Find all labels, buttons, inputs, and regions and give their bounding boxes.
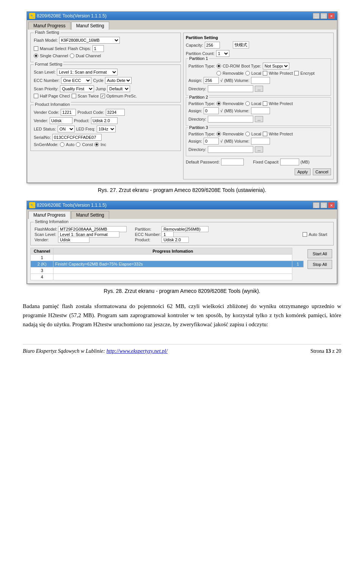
apply-button[interactable]: Apply [295, 168, 311, 175]
minimize-button[interactable]: _ [313, 13, 320, 19]
w2-product-label: Product: [127, 237, 161, 242]
optimum-prescan-checkbox[interactable] [100, 94, 105, 98]
p1-removable-radio[interactable] [217, 71, 221, 75]
vender-code-input[interactable] [61, 109, 76, 116]
channel-header: Channel [31, 248, 53, 255]
scan-priority-select[interactable]: Quality First [60, 85, 94, 92]
p1-boot-type-select[interactable]: Not Support [263, 63, 289, 69]
w2-minimize-button[interactable]: _ [313, 202, 320, 208]
auto-start-checkbox[interactable] [303, 232, 307, 237]
page-current: 13 [326, 348, 331, 354]
single-channel-radio[interactable] [34, 53, 38, 58]
p3-write-protect-cb[interactable] [263, 132, 267, 136]
p1-directory-input[interactable] [208, 85, 253, 92]
p2-local-radio[interactable] [245, 101, 250, 106]
window1-icon: 🔧 [29, 13, 35, 19]
p2-browse-button[interactable]: ... [255, 116, 263, 122]
dual-channel-radio[interactable] [70, 53, 74, 58]
w2-close-button[interactable]: ✕ [328, 202, 335, 208]
p1-local-radio[interactable] [245, 71, 250, 75]
scan-level-label: Scan Level: [34, 70, 55, 74]
p3-removable-radio[interactable] [217, 132, 221, 136]
p1-write-protect-cb[interactable] [263, 71, 267, 75]
scan-level-select[interactable]: Level 1: Scan and Format [57, 69, 118, 75]
tab-manuf-progress-1[interactable]: Manuf Progress [28, 22, 71, 30]
p2-directory-input[interactable] [208, 116, 253, 123]
progress-info: Finish! Capacity=62MB Bad=75% Elapse=332… [53, 261, 292, 267]
progress-area: Channel Progress Infomation 12 (K)Finish… [30, 248, 334, 280]
auto-start-label: Auto Start [309, 232, 327, 237]
progress-table: Channel Progress Infomation 12 (K)Finish… [30, 248, 304, 280]
tab-manuf-setting-2[interactable]: Manuf Setting [71, 211, 109, 219]
kuai-mode-label: 快模式 [233, 41, 249, 49]
p1-encrypt-cb[interactable] [294, 71, 299, 75]
w2-maximize-button[interactable]: □ [320, 202, 327, 208]
channel-id: 2 (K) [31, 261, 53, 267]
ecc-number-select[interactable]: One ECC [61, 77, 91, 84]
p1-browse-button[interactable]: ... [255, 86, 263, 92]
default-password-input[interactable] [221, 159, 244, 165]
page-total: 20 [336, 348, 341, 354]
cancel-button[interactable]: Cancel [313, 168, 331, 175]
cycle-label: Cycle [93, 78, 104, 83]
p3-assign-input[interactable] [204, 138, 219, 145]
manual-select-checkbox[interactable] [34, 46, 38, 51]
p1-assign-input[interactable] [204, 77, 219, 84]
flash-chips-input[interactable] [93, 45, 104, 52]
partition-setting-title: Partition Setting [186, 35, 331, 40]
p3-directory-input[interactable] [208, 146, 253, 153]
partition3-section: Partition 3 Partition Type: Removable Lo… [186, 127, 331, 156]
const-radio[interactable] [76, 142, 80, 147]
jump-label: Jump [96, 86, 106, 91]
p2-write-protect-cb[interactable] [263, 101, 267, 106]
w2-vender-value: Udisk [58, 237, 90, 243]
half-page-label: Half Page Checl [40, 94, 70, 98]
p3-removable-label: Removable [223, 132, 244, 136]
led-freq-select[interactable]: 10Hz [97, 126, 116, 132]
close-button[interactable]: ✕ [328, 13, 335, 19]
p1-write-protect-label: Write Protect [269, 71, 293, 75]
footer-link[interactable]: http://www.ekspertyzy.net.pl/ [107, 348, 168, 354]
maximize-button[interactable]: □ [320, 13, 327, 19]
p1-cdrom-radio[interactable] [217, 64, 221, 68]
progress-table-container: Channel Progress Infomation 12 (K)Finish… [30, 248, 304, 280]
tab-manuf-setting-1[interactable]: Manuf Setting [71, 22, 109, 30]
product-input[interactable] [91, 117, 118, 124]
p1-volume-input[interactable] [251, 77, 270, 84]
progress-row: 1 [31, 255, 304, 261]
progress-row: 3 [31, 267, 304, 274]
p3-local-radio[interactable] [245, 132, 250, 136]
vender-input[interactable] [50, 117, 72, 124]
p1-encrypt-label: Encrypt [300, 71, 314, 75]
p1-directory-label: Directory: [188, 86, 206, 91]
serial-no-input[interactable] [52, 134, 102, 141]
capacity-label: Capacity: [186, 43, 203, 47]
start-all-button[interactable]: Start All [308, 249, 332, 258]
tab-manuf-progress-2[interactable]: Manuf Progress [28, 211, 71, 219]
capacity-input[interactable] [205, 42, 220, 49]
product-code-input[interactable] [106, 109, 125, 116]
p2-removable-radio[interactable] [217, 101, 221, 106]
jump-select[interactable]: Default [107, 85, 130, 92]
auto-radio[interactable] [60, 142, 64, 147]
body-text1: Badana pamięć flash została sformatowana… [23, 302, 341, 329]
scan-twice-checkbox[interactable] [72, 94, 76, 98]
w2-partition-label: Partition: [127, 227, 161, 231]
stop-all-button[interactable]: Stop All [308, 260, 332, 269]
w2-scan-level-label: Scan Level: [35, 232, 57, 237]
fixed-capacit-input[interactable] [280, 159, 299, 165]
p3-volume-input[interactable] [251, 138, 270, 145]
inc-radio[interactable] [94, 142, 99, 147]
led-status-select[interactable]: ON [58, 126, 75, 132]
cycle-select[interactable]: Auto Dete [105, 77, 132, 84]
p2-volume-input[interactable] [251, 107, 270, 114]
ecc-number-label: ECC Number: [34, 78, 60, 83]
footer-italic: Biuro Ekspertyz Sądowych [23, 348, 80, 354]
half-page-checkbox[interactable] [34, 94, 38, 98]
p2-assign-input[interactable] [204, 107, 219, 114]
partition-count-select[interactable]: 1 [216, 50, 229, 57]
flash-model-select[interactable]: K9F2808U0C_16MB [59, 37, 120, 44]
p3-write-protect-label: Write Protect [269, 132, 293, 136]
window2-title: 8209/6208E Tools(Version 1.1.1.5) [37, 203, 107, 208]
p3-browse-button[interactable]: ... [255, 146, 263, 153]
